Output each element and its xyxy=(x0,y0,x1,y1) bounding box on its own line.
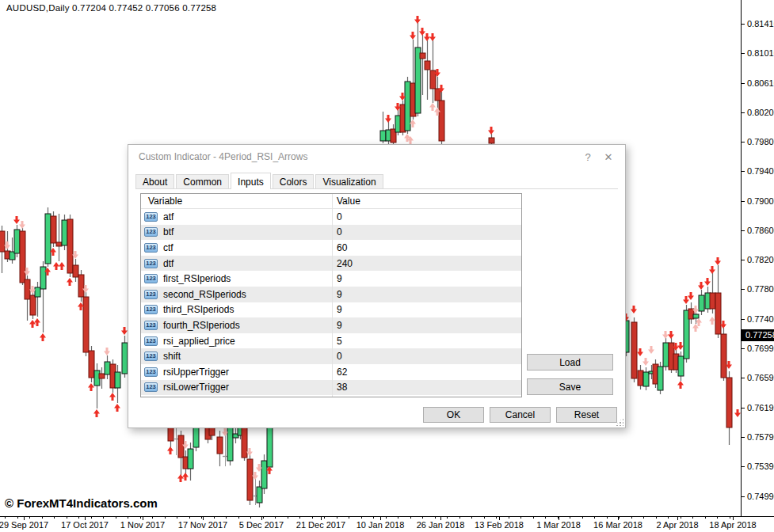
price-tick xyxy=(742,437,745,438)
bearish-candle xyxy=(726,378,732,428)
bearish-candle xyxy=(489,138,494,143)
bullish-candle xyxy=(62,220,67,245)
cancel-button[interactable]: Cancel xyxy=(490,407,551,423)
column-header-value[interactable]: Value xyxy=(337,194,360,209)
numeric-type-icon: 123 xyxy=(144,382,158,392)
variable-value[interactable]: 38 xyxy=(337,382,347,393)
tab-about[interactable]: About xyxy=(135,174,174,188)
variable-value[interactable]: 9 xyxy=(337,289,342,300)
bearish-candle xyxy=(56,242,62,246)
table-row[interactable]: 123rsiLowerTrigger38 xyxy=(141,380,521,396)
time-minor-tick xyxy=(275,517,276,519)
table-row[interactable]: 123rsiUpperTrigger62 xyxy=(141,364,521,380)
bullish-candle xyxy=(693,314,699,318)
tab-common[interactable]: Common xyxy=(176,174,229,188)
tab-inputs[interactable]: Inputs xyxy=(231,173,271,189)
price-axis-label: 0.76595 xyxy=(747,373,774,382)
save-button[interactable]: Save xyxy=(527,378,613,395)
table-row[interactable]: 123atf0 xyxy=(141,209,521,225)
table-row[interactable]: 123dtf240 xyxy=(141,256,521,272)
price-axis-label: 0.78200 xyxy=(747,255,774,264)
variable-value[interactable]: 0 xyxy=(337,226,342,238)
bullish-candle xyxy=(40,267,46,289)
time-minor-tick xyxy=(349,517,349,519)
time-minor-tick xyxy=(288,517,288,519)
time-minor-tick xyxy=(373,517,374,519)
price-tick xyxy=(742,289,745,290)
tab-visualization[interactable]: Visualization xyxy=(315,174,383,188)
table-row[interactable]: 123third_RSIperiods9 xyxy=(141,302,521,318)
help-icon[interactable]: ? xyxy=(578,151,598,163)
load-button[interactable]: Load xyxy=(527,354,613,370)
numeric-type-icon: 123 xyxy=(144,305,158,314)
column-header-variable[interactable]: Variable xyxy=(148,194,182,209)
price-axis-label: 0.74990 xyxy=(747,492,774,501)
down-arrow-icon xyxy=(424,33,430,41)
time-minor-tick xyxy=(91,517,92,519)
time-minor-tick xyxy=(238,517,239,519)
time-axis-label: 16 Mar 2018 xyxy=(593,520,642,530)
table-row[interactable]: 123first_RSIperiods9 xyxy=(141,271,521,287)
bearish-candle xyxy=(217,437,223,454)
variable-name: ctf xyxy=(163,242,173,253)
variable-name: dtf xyxy=(163,258,173,269)
variable-value[interactable]: 9 xyxy=(337,320,342,331)
time-minor-tick xyxy=(54,517,55,519)
price-axis-label: 0.78600 xyxy=(747,226,774,235)
variable-value[interactable]: 0 xyxy=(337,351,342,362)
time-minor-tick xyxy=(705,517,706,519)
variable-name: third_RSIperiods xyxy=(163,304,234,315)
price-tick xyxy=(742,378,745,378)
numeric-type-icon: 123 xyxy=(144,259,158,268)
bearish-candle xyxy=(435,89,440,101)
bullish-candle xyxy=(105,362,110,374)
table-row[interactable]: 123btf0 xyxy=(141,225,521,241)
table-row[interactable]: 123second_RSIperiods9 xyxy=(141,287,521,302)
table-row[interactable]: 123shift0 xyxy=(141,348,521,364)
time-minor-tick xyxy=(250,517,251,519)
time-minor-tick xyxy=(324,517,325,519)
bullish-candle xyxy=(257,487,262,503)
bullish-candle xyxy=(643,372,649,386)
dialog-titlebar[interactable]: Custom Indicator - 4Period_RSI_Arrows ? … xyxy=(128,145,625,169)
table-row[interactable]: 123fourth_RSIperiods9 xyxy=(141,317,521,333)
variable-name: second_RSIperiods xyxy=(163,289,246,300)
time-minor-tick xyxy=(520,517,521,519)
price-axis: 0.814100.810100.806100.802050.798050.794… xyxy=(741,0,774,516)
tab-colors[interactable]: Colors xyxy=(273,174,315,188)
down-arrow-icon xyxy=(683,296,689,304)
price-tick xyxy=(742,348,745,349)
price-tick xyxy=(742,83,745,84)
reset-button[interactable]: Reset xyxy=(556,407,617,423)
time-minor-tick xyxy=(361,517,362,519)
up-arrow-icon xyxy=(29,320,36,328)
variable-value[interactable]: 9 xyxy=(337,304,342,315)
time-minor-tick xyxy=(410,517,411,519)
price-axis-label: 0.79805 xyxy=(747,137,774,146)
time-minor-tick xyxy=(692,517,693,519)
variable-value[interactable]: 9 xyxy=(337,273,342,284)
bearish-candle xyxy=(78,275,84,297)
ok-button[interactable]: OK xyxy=(423,407,484,423)
variable-value[interactable]: 240 xyxy=(337,258,353,269)
down-arrow-icon xyxy=(429,33,436,41)
variable-value[interactable]: 0 xyxy=(337,211,342,222)
bullish-candle xyxy=(188,449,193,469)
table-row[interactable]: 123ctf60 xyxy=(141,240,521,256)
table-row[interactable]: 123rsi_applied_price5 xyxy=(141,333,521,349)
numeric-type-icon: 123 xyxy=(144,290,158,299)
variable-value[interactable]: 62 xyxy=(337,367,347,378)
time-minor-tick xyxy=(471,517,472,519)
close-icon[interactable]: ✕ xyxy=(598,151,619,163)
numeric-type-icon: 123 xyxy=(144,336,158,346)
time-axis-label: 29 Sep 2017 xyxy=(0,520,48,530)
variable-value[interactable]: 60 xyxy=(337,242,347,253)
variable-name: shift xyxy=(163,351,181,362)
bearish-candle xyxy=(721,334,726,378)
variable-value[interactable]: 5 xyxy=(337,336,342,347)
down-arrow-icon xyxy=(698,282,704,290)
price-axis-label: 0.81410 xyxy=(747,19,774,28)
bearish-candle xyxy=(439,101,444,141)
price-tick xyxy=(742,408,745,408)
down-arrow-icon xyxy=(688,292,694,300)
